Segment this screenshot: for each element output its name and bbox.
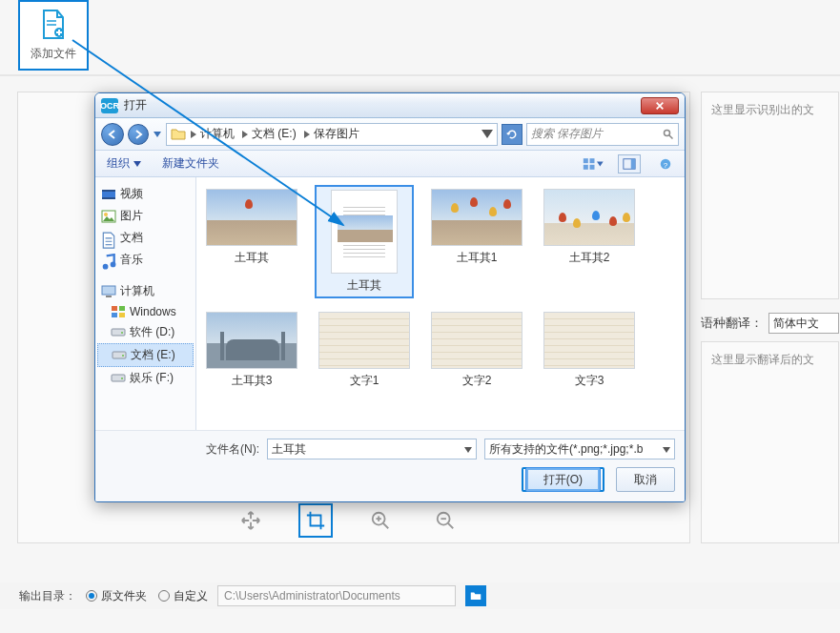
tree-item[interactable]: 图片 xyxy=(97,205,194,227)
help-icon: ? xyxy=(659,157,672,171)
view-thumbnails-icon xyxy=(583,157,595,171)
translate-result-placeholder: 这里显示翻译后的文 xyxy=(711,352,829,368)
drive-icon xyxy=(111,372,126,385)
file-item[interactable]: 文字2 xyxy=(427,308,526,393)
tree-header-computer[interactable]: 计算机 xyxy=(97,280,194,302)
filename-input[interactable]: 土耳其 xyxy=(267,439,477,459)
navigation-tree[interactable]: 视频图片文档音乐 计算机 Windows软件 (D:)文档 (E:)娱乐 (F:… xyxy=(95,177,196,430)
open-button-highlight: 打开(O) xyxy=(522,467,604,492)
breadcrumb-dropdown[interactable] xyxy=(481,128,493,141)
svg-point-43 xyxy=(121,378,123,379)
refresh-icon xyxy=(506,129,518,140)
close-icon xyxy=(655,101,665,111)
ocr-result-panel: 这里显示识别出的文 xyxy=(701,92,839,299)
search-icon xyxy=(663,129,674,140)
svg-rect-38 xyxy=(112,329,125,336)
breadcrumb-seg-drive[interactable]: 文档 (E:) xyxy=(239,124,299,145)
tree-item[interactable]: 娱乐 (F:) xyxy=(97,367,194,389)
filetype-select[interactable]: 所有支持的文件(*.png;*.jpg;*.b xyxy=(484,439,675,459)
translate-language-select[interactable]: 简体中文 xyxy=(768,313,839,334)
output-radio-custom[interactable]: 自定义 xyxy=(158,588,208,604)
preview-pane-icon xyxy=(623,157,636,171)
svg-rect-42 xyxy=(112,375,125,381)
svg-point-12 xyxy=(665,130,670,135)
doc-icon xyxy=(101,232,116,245)
ocr-result-placeholder: 这里显示识别出的文 xyxy=(711,102,829,118)
output-path-input[interactable]: C:\Users\Administrator\Documents xyxy=(217,585,456,606)
preview-pane-button[interactable] xyxy=(618,154,641,174)
nav-forward-button[interactable] xyxy=(128,124,149,145)
open-button[interactable]: 打开(O) xyxy=(525,467,601,492)
folder-icon xyxy=(469,589,482,602)
tree-item[interactable]: 文档 (E:) xyxy=(97,343,194,367)
svg-rect-23 xyxy=(102,190,115,192)
translate-language-label: 语种翻译： xyxy=(701,315,763,332)
tree-item[interactable]: 视频 xyxy=(97,183,194,205)
filename-label: 文件名(N): xyxy=(206,441,259,458)
add-file-label: 添加文件 xyxy=(31,46,76,62)
file-thumbnail xyxy=(431,312,522,369)
search-input[interactable]: 搜索 保存图片 xyxy=(526,123,679,146)
svg-rect-17 xyxy=(589,164,594,169)
svg-line-10 xyxy=(448,523,454,529)
file-list[interactable]: 土耳其土耳其土耳其1土耳其2土耳其3文字1文字2文字3 xyxy=(196,177,685,430)
file-label: 土耳其1 xyxy=(457,250,498,266)
file-item[interactable]: 土耳其3 xyxy=(202,308,301,393)
svg-point-41 xyxy=(122,355,124,357)
organize-menu[interactable]: 组织 xyxy=(103,153,145,174)
add-file-document-icon xyxy=(41,10,66,40)
file-thumbnail xyxy=(543,189,635,246)
file-item[interactable]: 土耳其 xyxy=(315,185,414,298)
tree-item[interactable]: Windows xyxy=(97,302,194,321)
move-tool-icon[interactable] xyxy=(234,503,268,538)
new-folder-button[interactable]: 新建文件夹 xyxy=(158,153,223,174)
svg-rect-36 xyxy=(112,313,117,317)
arrow-left-icon xyxy=(107,129,118,140)
file-thumbnail xyxy=(431,189,522,246)
open-file-dialog: OCR 打开 计算机 文档 (E:) 保存图片 搜索 保存图片 xyxy=(94,92,686,502)
translate-language-value: 简体中文 xyxy=(773,316,819,332)
zoom-in-icon[interactable] xyxy=(363,503,398,538)
svg-rect-37 xyxy=(119,313,125,317)
file-item[interactable]: 土耳其1 xyxy=(427,185,526,298)
file-label: 文字3 xyxy=(575,373,604,389)
tree-item[interactable]: 音乐 xyxy=(97,249,194,271)
address-bar[interactable]: 计算机 文档 (E:) 保存图片 xyxy=(166,123,498,146)
tree-item[interactable]: 软件 (D:) xyxy=(97,321,194,343)
cancel-button[interactable]: 取消 xyxy=(616,467,675,492)
svg-point-39 xyxy=(121,332,123,334)
drive-icon xyxy=(111,326,126,339)
svg-rect-33 xyxy=(106,296,112,297)
browse-folder-button[interactable] xyxy=(465,585,486,606)
video-icon xyxy=(101,188,116,201)
file-item[interactable]: 土耳其 xyxy=(202,185,301,298)
output-path-value: C:\Users\Administrator\Documents xyxy=(224,589,400,602)
nav-history-dropdown[interactable] xyxy=(153,126,162,143)
file-item[interactable]: 文字1 xyxy=(315,308,414,393)
breadcrumb-seg-computer[interactable]: 计算机 xyxy=(188,124,237,145)
refresh-button[interactable] xyxy=(502,124,522,145)
file-item[interactable]: 土耳其2 xyxy=(540,185,639,298)
dialog-app-icon: OCR xyxy=(101,98,118,113)
breadcrumb-seg-folder[interactable]: 保存图片 xyxy=(301,124,362,145)
view-mode-button[interactable] xyxy=(582,154,604,174)
folder-icon xyxy=(171,127,186,142)
add-file-button[interactable]: 添加文件 xyxy=(18,0,89,71)
zoom-out-icon[interactable] xyxy=(428,503,462,538)
output-dir-label: 输出目录： xyxy=(19,588,76,604)
file-item[interactable]: 文字3 xyxy=(540,308,639,393)
help-button[interactable]: ? xyxy=(654,154,677,174)
translate-result-panel: 这里显示翻译后的文 xyxy=(701,341,839,543)
svg-rect-40 xyxy=(113,352,126,358)
nav-back-button[interactable] xyxy=(101,123,124,146)
dialog-close-button[interactable] xyxy=(641,97,679,114)
svg-rect-35 xyxy=(119,306,125,311)
tree-item[interactable]: 文档 xyxy=(97,227,194,249)
output-radio-original[interactable]: 原文件夹 xyxy=(86,588,147,604)
crop-tool-icon[interactable] xyxy=(298,503,333,538)
svg-rect-24 xyxy=(102,197,115,199)
svg-line-6 xyxy=(383,523,389,529)
file-label: 土耳其2 xyxy=(569,250,610,266)
file-thumbnail xyxy=(206,189,297,246)
file-label: 土耳其 xyxy=(235,250,269,266)
